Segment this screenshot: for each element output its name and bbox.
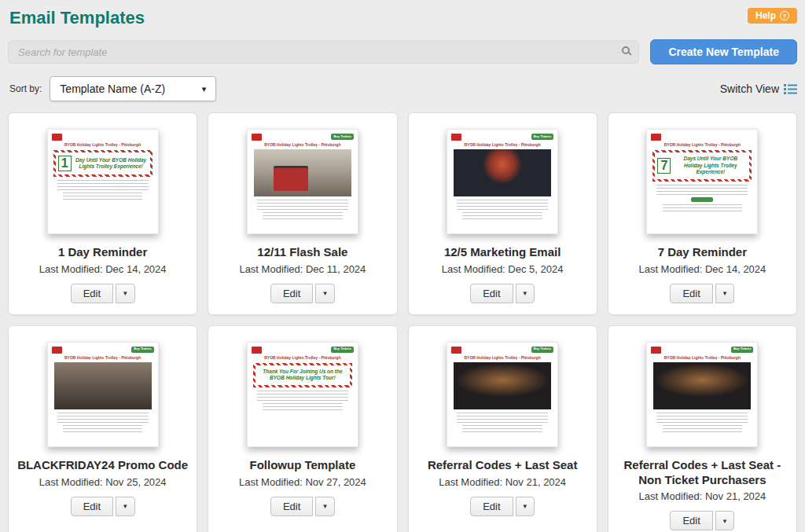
- template-name: BLACKFRIDAY24 Promo Code: [17, 458, 188, 473]
- create-new-template-button[interactable]: Create New Template: [650, 39, 797, 64]
- thumbnail-top-row: Buy Tickets: [52, 134, 154, 141]
- edit-button[interactable]: Edit: [670, 284, 712, 303]
- email-photo: [653, 362, 751, 409]
- edit-split-button: Edit ▾: [71, 284, 135, 303]
- email-header-text: BYOB Holiday Lights Trolley - Pittsburgh: [252, 355, 354, 360]
- chevron-down-icon: ▾: [524, 502, 527, 510]
- template-last-modified: Last Modified: Nov 25, 2024: [39, 476, 167, 488]
- template-card: Buy Tickets BYOB Holiday Lights Trolley …: [408, 112, 597, 315]
- edit-split-button: Edit ▾: [670, 511, 734, 530]
- chevron-down-icon: ▾: [202, 84, 207, 94]
- email-body-lines: [257, 200, 348, 210]
- banner-inner: 7 Days Until Your BYOB Holiday Lights Tr…: [655, 152, 749, 178]
- email-body-lines: [257, 391, 348, 401]
- edit-dropdown-button[interactable]: ▾: [516, 497, 535, 516]
- email-thumbnail: Buy Tickets BYOB Holiday Lights Trolley …: [47, 342, 159, 447]
- thumbnail-wrap: Buy Tickets BYOB Holiday Lights Trolley …: [646, 123, 758, 240]
- template-name: Followup Template: [250, 458, 356, 473]
- candy-stripe-banner: 7 Days Until Your BYOB Holiday Lights Tr…: [652, 150, 752, 181]
- thumbnail-top-row: Buy Tickets: [651, 134, 753, 141]
- thumbnail-wrap: Buy Tickets BYOB Holiday Lights Trolley …: [447, 336, 558, 453]
- sort-toolbar: Sort by: Template Name (A-Z) ▾ Switch Vi…: [8, 76, 797, 101]
- email-thumbnail: Buy Tickets BYOB Holiday Lights Trolley …: [646, 129, 758, 234]
- thumbnail-top-row: Buy Tickets: [252, 347, 354, 354]
- email-body-lines: [656, 413, 748, 423]
- email-body-lines-2: [663, 425, 742, 432]
- trolley-logo-icon: [451, 134, 461, 141]
- buy-tickets-pill: Buy Tickets: [531, 347, 553, 353]
- thumbnail-wrap: Buy Tickets BYOB Holiday Lights Trolley …: [247, 336, 358, 453]
- edit-button[interactable]: Edit: [470, 284, 513, 303]
- email-thumbnail: Buy Tickets BYOB Holiday Lights Trolley …: [447, 129, 558, 234]
- edit-button[interactable]: Edit: [670, 511, 712, 530]
- banner-number: 7: [657, 158, 671, 174]
- email-body-lines: [57, 413, 149, 423]
- chevron-down-icon: ▾: [524, 289, 527, 297]
- candy-stripe-banner: Thank You For Joining Us on the BYOB Hol…: [253, 363, 352, 387]
- email-photo: [54, 362, 152, 409]
- template-card: Buy Tickets BYOB Holiday Lights Trolley …: [208, 325, 397, 532]
- template-card: Buy Tickets BYOB Holiday Lights Trolley …: [608, 112, 797, 315]
- template-last-modified: Last Modified: Dec 5, 2024: [442, 263, 564, 275]
- sort-dropdown-value: Template Name (A-Z): [60, 83, 165, 95]
- edit-dropdown-button[interactable]: ▾: [116, 497, 135, 516]
- edit-dropdown-button[interactable]: ▾: [715, 284, 735, 303]
- template-last-modified: Last Modified: Dec 11, 2024: [239, 263, 366, 275]
- edit-dropdown-button[interactable]: ▾: [516, 284, 535, 303]
- email-header-text: BYOB Holiday Lights Trolley - Pittsburgh: [252, 142, 354, 147]
- help-icon: ?: [780, 11, 789, 20]
- buy-tickets-pill: Buy Tickets: [731, 347, 753, 353]
- thumbnail-wrap: Buy Tickets BYOB Holiday Lights Trolley …: [247, 123, 358, 240]
- trolley-logo-icon: [52, 347, 62, 354]
- template-name: 12/11 Flash Sale: [257, 245, 347, 260]
- buy-tickets-pill: Buy Tickets: [331, 347, 353, 353]
- help-button-label: Help: [755, 10, 776, 21]
- switch-view-button[interactable]: Switch View: [720, 83, 797, 95]
- edit-dropdown-button[interactable]: ▾: [116, 284, 135, 303]
- email-header-text: BYOB Holiday Lights Trolley - Pittsburgh: [52, 142, 154, 147]
- edit-button[interactable]: Edit: [71, 497, 113, 516]
- trolley-logo-icon: [52, 134, 62, 141]
- edit-button[interactable]: Edit: [470, 497, 513, 516]
- chevron-down-icon: ▾: [123, 289, 127, 297]
- template-last-modified: Last Modified: Nov 21, 2024: [439, 476, 566, 488]
- edit-button[interactable]: Edit: [270, 497, 313, 516]
- template-grid: Buy Tickets BYOB Holiday Lights Trolley …: [8, 112, 797, 532]
- email-thumbnail: Buy Tickets BYOB Holiday Lights Trolley …: [447, 342, 558, 447]
- email-body-lines-2: [462, 425, 542, 432]
- email-body-lines-2: [63, 425, 142, 432]
- chevron-down-icon: ▾: [123, 502, 127, 510]
- edit-split-button: Edit ▾: [470, 284, 535, 303]
- email-photo: [254, 149, 351, 196]
- search-toolbar: Create New Template: [8, 39, 797, 64]
- list-view-icon: [784, 83, 797, 95]
- buy-tickets-pill: Buy Tickets: [531, 134, 553, 140]
- edit-dropdown-button[interactable]: ▾: [715, 511, 735, 530]
- thumbnail-wrap: Buy Tickets BYOB Holiday Lights Trolley …: [47, 336, 159, 453]
- sort-dropdown[interactable]: Template Name (A-Z) ▾: [50, 76, 216, 101]
- chevron-down-icon: ▾: [723, 517, 727, 525]
- email-body-lines-2: [63, 193, 142, 200]
- template-last-modified: Last Modified: Nov 27, 2024: [239, 476, 366, 488]
- help-button[interactable]: Help ?: [748, 8, 797, 24]
- search-input[interactable]: [8, 40, 639, 64]
- email-photo: [454, 362, 551, 409]
- switch-view-label: Switch View: [720, 83, 779, 95]
- trolley-logo-icon: [451, 347, 461, 354]
- edit-split-button: Edit ▾: [670, 284, 734, 303]
- template-card: Buy Tickets BYOB Holiday Lights Trolley …: [8, 112, 197, 315]
- email-body-lines-2: [263, 403, 342, 410]
- thumbnail-top-row: Buy Tickets: [451, 134, 553, 141]
- email-header-text: BYOB Holiday Lights Trolley - Pittsburgh: [651, 142, 753, 147]
- thumbnail-wrap: Buy Tickets BYOB Holiday Lights Trolley …: [47, 123, 159, 240]
- edit-button[interactable]: Edit: [270, 284, 313, 303]
- chevron-down-icon: ▾: [723, 289, 727, 297]
- edit-dropdown-button[interactable]: ▾: [315, 497, 335, 516]
- banner-text: Day Until Your BYOB Holiday Lights Troll…: [75, 157, 148, 171]
- edit-dropdown-button[interactable]: ▾: [315, 284, 335, 303]
- edit-button[interactable]: Edit: [71, 284, 113, 303]
- candy-stripe-banner: 1 Day Until Your BYOB Holiday Lights Tro…: [53, 150, 153, 177]
- thumbnail-top-row: Buy Tickets: [252, 134, 354, 141]
- thumbnail-top-row: Buy Tickets: [651, 347, 753, 354]
- banner-text: Thank You For Joining Us on the BYOB Hol…: [258, 369, 347, 382]
